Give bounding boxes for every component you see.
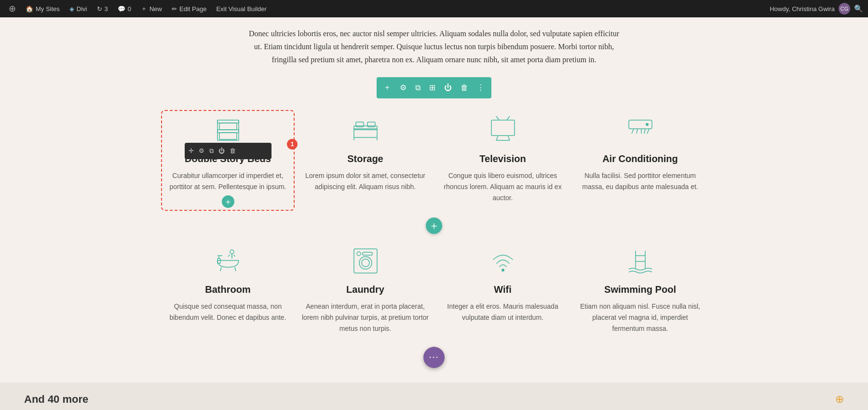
bunk-bed-svg: [214, 115, 243, 144]
svg-line-20: [632, 129, 634, 134]
feature-bathroom: Bathroom Quisque sed consequat massa, no…: [164, 244, 292, 334]
toolbar-more-icon[interactable]: ⋮: [477, 83, 485, 92]
svg-point-39: [362, 259, 369, 267]
my-sites-menu[interactable]: 🏠 My Sites: [22, 0, 64, 17]
laundry-svg: [351, 246, 380, 275]
svg-rect-41: [363, 252, 372, 255]
topbar-right: Howdy, Christina Gwira CG 🔍: [770, 3, 863, 14]
laundry-icon: [349, 244, 382, 277]
feature-double-story-beds: ✛ ⚙ ⧉ ⏻ 🗑 1: [164, 113, 292, 208]
svg-line-30: [220, 267, 221, 271]
divi-menu[interactable]: ◈ Divi: [66, 0, 91, 17]
svg-line-31: [235, 267, 236, 271]
and-more-text: And 40 more: [24, 393, 88, 406]
context-toolbar: ✛ ⚙ ⧉ ⏻ 🗑: [185, 143, 271, 159]
toolbar-settings-icon[interactable]: ⚙: [400, 83, 407, 92]
home-icon: 🏠: [26, 5, 33, 13]
svg-line-24: [647, 129, 649, 134]
add-item-below-button[interactable]: ＋: [222, 195, 234, 208]
storage-svg: [351, 115, 380, 144]
feature-wifi: Wifi Integer a elit eros. Mauris malesua…: [439, 244, 567, 334]
storage-desc: Lorem ipsum dolor sit amet, consectetur …: [301, 170, 429, 192]
swimming-pool-icon: [624, 244, 657, 277]
ctx-power-icon[interactable]: ⏻: [218, 147, 225, 155]
svg-line-21: [637, 129, 637, 134]
wifi-svg: [488, 246, 517, 275]
ctx-delete-icon[interactable]: 🗑: [230, 147, 236, 155]
comments-button[interactable]: 💬 0: [114, 0, 135, 17]
ctx-move-icon[interactable]: ✛: [189, 147, 194, 155]
edit-page-button[interactable]: ✏ Edit Page: [168, 0, 210, 17]
swimming-pool-desc: Etiam non aliquam nisl. Fusce nulla nisl…: [576, 301, 704, 334]
feature-laundry: Laundry Aenean interdum, erat in porta p…: [301, 244, 429, 334]
wordpress-logo[interactable]: ⊕: [5, 0, 20, 17]
refresh-icon: ↻: [97, 5, 102, 13]
toolbar-add-icon[interactable]: ＋: [383, 82, 391, 93]
feature-swimming-pool: Swimming Pool Etiam non aliquam nisl. Fu…: [576, 244, 704, 334]
svg-rect-1: [217, 130, 239, 133]
double-story-beds-desc: Curabitur ullamcorper id imperdiet et, p…: [164, 170, 292, 192]
fab-more-button[interactable]: ···: [423, 347, 445, 368]
ctx-settings-icon[interactable]: ⚙: [199, 147, 204, 155]
laundry-desc: Aenean interdum, erat in porta placerat,…: [301, 301, 429, 334]
svg-line-23: [644, 129, 645, 134]
top-bar: ⊕ 🏠 My Sites ◈ Divi ↻ 3 💬 0 ＋ New ✏ Edit…: [0, 0, 868, 17]
svg-point-40: [357, 252, 361, 256]
intro-paragraph: Donec ultricies lobortis eros, nec aucto…: [246, 27, 622, 67]
svg-line-17: [496, 116, 499, 120]
svg-line-36: [234, 255, 235, 257]
wifi-title: Wifi: [494, 284, 511, 295]
intro-text-block: Donec ultricies lobortis eros, nec aucto…: [236, 17, 632, 67]
bathroom-desc: Quisque sed consequat massa, non bibendu…: [164, 301, 292, 323]
svg-rect-13: [491, 120, 515, 136]
new-button[interactable]: ＋ New: [137, 0, 166, 17]
add-row-wrap: ＋: [164, 218, 704, 234]
divi-label: Divi: [77, 5, 87, 13]
swimming-pool-svg: [626, 246, 655, 275]
storage-icon: [349, 113, 382, 147]
my-sites-label: My Sites: [36, 5, 60, 13]
storage-title: Storage: [347, 153, 383, 164]
svg-rect-6: [219, 133, 237, 139]
svg-line-34: [228, 255, 230, 257]
fab-wrap: ···: [0, 347, 868, 368]
wordpress-icon: ⊕: [9, 3, 16, 14]
comments-count[interactable]: ↻ 3: [93, 0, 112, 17]
search-icon[interactable]: 🔍: [854, 4, 863, 13]
television-svg: [488, 115, 517, 144]
toolbar-copy-icon[interactable]: ⧉: [415, 83, 420, 92]
features-row-2: Bathroom Quisque sed consequat massa, no…: [164, 244, 704, 334]
ac-svg: [626, 115, 655, 144]
television-desc: Congue quis libero euismod, ultrices rho…: [439, 170, 567, 204]
double-story-beds-icon: [211, 113, 245, 147]
svg-rect-8: [354, 126, 377, 130]
svg-point-25: [646, 123, 649, 126]
and-more-plus-button[interactable]: ⊕: [835, 393, 844, 406]
air-conditioning-icon: [624, 113, 657, 147]
swimming-pool-title: Swimming Pool: [604, 284, 676, 295]
ctx-copy-icon[interactable]: ⧉: [209, 147, 214, 155]
user-greeting: Howdy, Christina Gwira: [770, 5, 835, 13]
feature-storage: Storage Lorem ipsum dolor sit amet, cons…: [301, 113, 429, 208]
add-row-button[interactable]: ＋: [426, 218, 442, 234]
toolbar-grid-icon[interactable]: ⊞: [429, 83, 435, 92]
comment-icon: 💬: [118, 5, 125, 13]
svg-line-18: [507, 116, 510, 120]
bathroom-title: Bathroom: [205, 284, 250, 295]
and-more-section: And 40 more ⊕: [0, 383, 868, 410]
avatar[interactable]: CG: [839, 3, 850, 14]
laundry-title: Laundry: [346, 284, 384, 295]
svg-point-32: [230, 250, 234, 254]
svg-point-42: [502, 269, 504, 272]
module-toolbar: ＋ ⚙ ⧉ ⊞ ⏻ 🗑 ⋮: [377, 77, 491, 98]
toolbar-power-icon[interactable]: ⏻: [444, 83, 452, 92]
exit-visual-builder-button[interactable]: Exit Visual Builder: [212, 0, 271, 17]
features-row-1: ✛ ⚙ ⧉ ⏻ 🗑 1: [164, 113, 704, 208]
toolbar-delete-icon[interactable]: 🗑: [461, 83, 468, 92]
svg-rect-5: [219, 123, 237, 130]
wifi-icon: [486, 244, 520, 277]
television-title: Television: [479, 153, 526, 164]
svg-line-15: [508, 136, 510, 140]
wifi-desc: Integer a elit eros. Mauris malesuada vu…: [439, 301, 567, 323]
air-conditioning-desc: Nulla facilisi. Sed porttitor elementum …: [576, 170, 704, 192]
